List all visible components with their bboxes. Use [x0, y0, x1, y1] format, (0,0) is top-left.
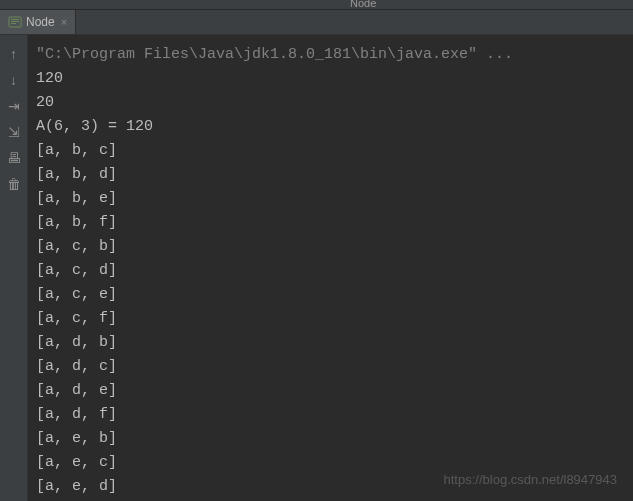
svg-rect-3	[11, 23, 16, 24]
output-line: [a, b, d]	[36, 163, 625, 187]
close-icon[interactable]: ×	[61, 16, 67, 28]
output-line: [a, c, f]	[36, 307, 625, 331]
main-area: ↑ ↓ ⇥ ⇲ 🖶 🗑 "C:\Program Files\Java\jdk1.…	[0, 35, 633, 501]
top-title: Node	[350, 0, 376, 9]
output-line: [a, d, f]	[36, 403, 625, 427]
tab-bar: Node ×	[0, 10, 633, 35]
print-icon[interactable]: 🖶	[5, 149, 23, 167]
soft-wrap-icon[interactable]: ⇥	[5, 97, 23, 115]
output-line: [a, d, b]	[36, 331, 625, 355]
tab-label: Node	[26, 15, 55, 29]
scroll-to-end-icon[interactable]: ⇲	[5, 123, 23, 141]
command-line: "C:\Program Files\Java\jdk1.8.0_181\bin\…	[36, 43, 625, 67]
top-bar: Node	[0, 0, 633, 10]
output-line: [a, b, c]	[36, 139, 625, 163]
down-icon[interactable]: ↓	[5, 71, 23, 89]
tab-node[interactable]: Node ×	[0, 10, 76, 34]
output-line: 20	[36, 91, 625, 115]
up-icon[interactable]: ↑	[5, 45, 23, 63]
gutter-toolbar: ↑ ↓ ⇥ ⇲ 🖶 🗑	[0, 35, 28, 501]
tab-file-icon	[8, 15, 22, 29]
svg-rect-2	[11, 21, 19, 22]
output-line: [a, b, f]	[36, 211, 625, 235]
output-line: [a, c, b]	[36, 235, 625, 259]
output-line: [a, d, c]	[36, 355, 625, 379]
output-line: A(6, 3) = 120	[36, 115, 625, 139]
console-output[interactable]: "C:\Program Files\Java\jdk1.8.0_181\bin\…	[28, 35, 633, 501]
output-line: [a, c, e]	[36, 283, 625, 307]
output-line: [a, d, e]	[36, 379, 625, 403]
output-line: [a, c, d]	[36, 259, 625, 283]
output-line: 120	[36, 67, 625, 91]
output-line: [a, b, e]	[36, 187, 625, 211]
clear-all-icon[interactable]: 🗑	[5, 175, 23, 193]
svg-rect-1	[11, 19, 19, 20]
watermark: https://blog.csdn.net/l8947943	[444, 472, 617, 487]
output-line: [a, e, b]	[36, 427, 625, 451]
